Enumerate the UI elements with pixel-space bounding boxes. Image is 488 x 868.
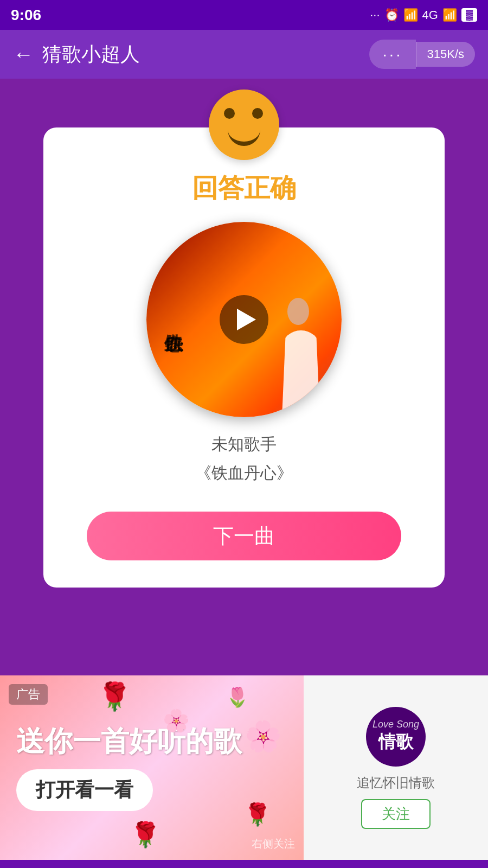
rose-decoration-6: 🌷 [226, 686, 249, 709]
status-bar: 9:06 ··· ⏰ 📶 4G 📶 ▓ [0, 0, 488, 30]
play-icon [237, 309, 256, 330]
ad-right: Love Song 情歌 追忆怀旧情歌 关注 [304, 675, 488, 860]
speed-badge: 315K/s [416, 42, 476, 67]
status-icons: ··· ⏰ 📶 4G 📶 ▓ [370, 8, 477, 22]
menu-button[interactable]: ··· [369, 40, 415, 69]
album-art[interactable]: 铁血怨 [146, 222, 342, 417]
next-song-button[interactable]: 下一曲 [87, 512, 401, 560]
ad-open-button[interactable]: 打开看一看 [16, 769, 153, 811]
rose-decoration-5: 🌹 [244, 802, 271, 827]
result-card: 回答正确 铁血怨 未知歌手 《铁血丹心》 下一曲 [43, 127, 445, 588]
album-figure [277, 298, 331, 417]
ad-right-note: 右侧关注 [252, 837, 295, 851]
clock-icon: ⏰ [384, 8, 399, 22]
status-time: 9:06 [11, 7, 41, 24]
battery-icon: ▓ [461, 8, 477, 22]
song-title: 《铁血丹心》 [195, 462, 293, 484]
signal-bars-icon: 📶 [403, 8, 418, 22]
top-bar-right: ··· 315K/s [369, 40, 475, 69]
logo-love-text: Love Song [373, 719, 419, 730]
ad-badge: 广告 [9, 684, 48, 705]
rose-decoration: 🌹 [98, 681, 131, 712]
logo-main-text: 情歌 [378, 730, 413, 754]
ad-left[interactable]: 🌹 🌸 🌹 🌸 🌹 🌷 广告 送你一首好听的歌 打开看一看 右侧关注 [0, 675, 304, 860]
rose-decoration-4: 🌸 [245, 719, 282, 754]
follow-button[interactable]: 关注 [361, 799, 431, 829]
smiley-container [209, 90, 279, 160]
play-button[interactable] [220, 295, 268, 344]
top-bar-left: ← 猜歌小超人 [13, 41, 140, 68]
album-background: 铁血怨 [146, 222, 342, 417]
signal-dots: ··· [370, 8, 380, 22]
rose-decoration-3: 🌹 [130, 820, 160, 849]
ad-right-description: 追忆怀旧情歌 [357, 774, 435, 792]
back-button[interactable]: ← [13, 43, 34, 66]
song-artist: 未知歌手 [211, 433, 277, 456]
network-type: 4G [422, 8, 438, 22]
correct-text: 回答正确 [192, 171, 296, 206]
love-song-logo: Love Song 情歌 [366, 707, 426, 767]
rose-decoration-2: 🌸 [163, 708, 190, 733]
main-content: 回答正确 铁血怨 未知歌手 《铁血丹心》 下一曲 [0, 79, 488, 675]
page-title: 猜歌小超人 [42, 41, 140, 68]
ad-banner: 🌹 🌸 🌹 🌸 🌹 🌷 广告 送你一首好听的歌 打开看一看 右侧关注 Love … [0, 675, 488, 860]
top-bar: ← 猜歌小超人 ··· 315K/s [0, 30, 488, 79]
smiley-icon [209, 90, 279, 160]
signal-icon2: 📶 [442, 8, 457, 22]
